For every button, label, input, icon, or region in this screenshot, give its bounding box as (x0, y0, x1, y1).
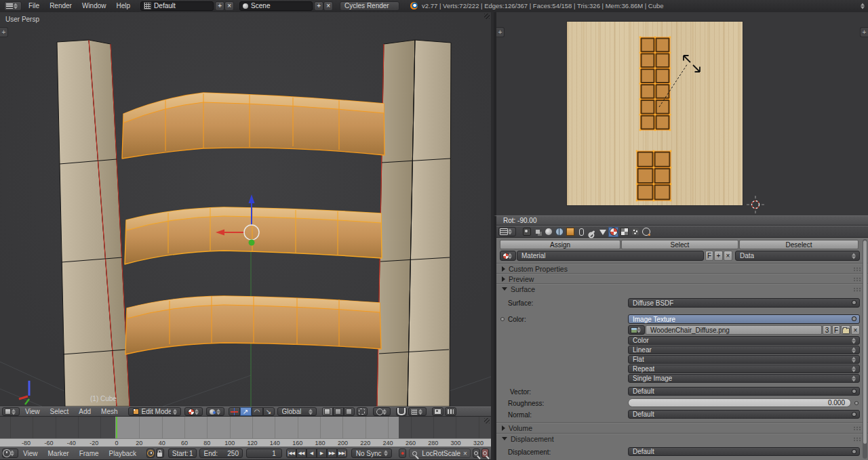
timeline-playhead[interactable] (116, 417, 117, 438)
normal-dropdown[interactable]: Default (628, 410, 860, 419)
vertex-select-button[interactable] (322, 407, 333, 416)
image-users-button[interactable]: 3 (823, 325, 831, 335)
translate-manipulator-button[interactable]: ↗ (240, 407, 252, 416)
opengl-render-anim-button[interactable] (445, 407, 456, 416)
delete-keyframe-button[interactable] (481, 448, 489, 458)
editor-type-button[interactable] (2, 407, 20, 416)
scale-manipulator-button[interactable]: ↘ (263, 407, 275, 416)
opengl-render-button[interactable] (432, 407, 443, 416)
transform-orientation-dropdown[interactable]: Global (277, 407, 317, 416)
corner-resize-grip[interactable] (484, 14, 490, 19)
snap-toggle-button[interactable] (396, 407, 407, 416)
play-button[interactable]: ▶ (317, 448, 327, 458)
jump-to-end-button[interactable]: ▶▶| (337, 448, 347, 458)
projection-dropdown[interactable]: Flat (628, 355, 860, 364)
chair-left-post[interactable] (57, 40, 130, 406)
image-fake-user-button[interactable]: F (832, 325, 840, 335)
interpolation-dropdown[interactable]: Linear (628, 346, 860, 354)
menu-help[interactable]: Help (117, 2, 131, 9)
tab-render-layers[interactable] (532, 227, 542, 237)
delete-layout-button[interactable]: × (224, 1, 234, 11)
delete-scene-button[interactable]: × (323, 1, 333, 11)
unlink-image-button[interactable]: × (851, 325, 860, 335)
proportional-edit-dropdown[interactable] (373, 407, 391, 416)
keying-set-field[interactable]: LocRotScale × (409, 448, 471, 458)
tab-physics[interactable] (641, 227, 651, 237)
displacement-dropdown[interactable]: Default (628, 447, 860, 456)
panel-open-tab-left[interactable]: + (496, 27, 505, 37)
assign-button[interactable]: Assign (500, 240, 620, 249)
uv-overlay[interactable] (496, 12, 868, 215)
add-scene-button[interactable]: + (314, 1, 323, 11)
image-browse-dropdown[interactable] (628, 325, 645, 335)
menu-playback[interactable]: Playback (109, 450, 137, 457)
prev-keyframe-button[interactable]: ◀◀ (296, 448, 307, 458)
vector-dropdown[interactable]: Default (628, 387, 860, 396)
insert-keyframe-button[interactable] (473, 448, 480, 458)
screen-layout-selector[interactable]: Default (140, 1, 214, 11)
color-space-dropdown[interactable]: Color (628, 336, 860, 345)
menu-view[interactable]: View (25, 408, 40, 415)
pivot-point-dropdown[interactable] (206, 407, 224, 416)
viewport-shading-dropdown[interactable] (184, 407, 203, 416)
corner-resize-grip[interactable] (484, 418, 490, 423)
menu-frame[interactable]: Frame (79, 450, 99, 457)
timeline-track-area[interactable] (0, 417, 491, 438)
current-frame-field[interactable]: 1 (246, 448, 282, 458)
tab-object[interactable] (565, 227, 575, 237)
face-select-button[interactable] (344, 407, 355, 416)
uv-island-bottom[interactable] (636, 150, 672, 202)
uv-island-top[interactable] (639, 37, 671, 131)
jump-to-start-button[interactable]: |◀◀ (286, 448, 296, 458)
edge-select-button[interactable] (333, 407, 344, 416)
chair-slat-bottom[interactable] (125, 296, 381, 354)
mode-dropdown[interactable]: Edit Mode (128, 407, 181, 416)
open-image-button[interactable] (841, 325, 850, 335)
editor-type-button[interactable] (4, 1, 22, 11)
end-frame-field[interactable]: End:250 (199, 448, 243, 458)
panel-open-tab-right[interactable]: + (860, 27, 868, 37)
extension-dropdown[interactable]: Repeat (628, 364, 860, 373)
properties-editor[interactable]: Assign Select Deselect Material F + × Da… (494, 226, 868, 460)
material-link-dropdown[interactable]: Data (735, 251, 860, 261)
color-input-dropdown[interactable]: Image Texture (628, 314, 860, 324)
limit-to-visible-button[interactable] (357, 407, 368, 416)
next-keyframe-button[interactable]: ▶▶ (327, 448, 337, 458)
uv-image-editor[interactable]: + + (494, 12, 868, 215)
roughness-slider[interactable]: 0.000 (628, 398, 851, 407)
lock-time-button[interactable] (156, 448, 164, 458)
menu-add[interactable]: Add (79, 408, 91, 415)
panel-surface[interactable]: Surface (496, 284, 868, 293)
manipulator-z-arrow[interactable] (249, 194, 255, 203)
snap-element-dropdown[interactable] (408, 407, 427, 416)
menu-marker[interactable]: Marker (48, 450, 69, 457)
fake-user-button[interactable]: F (705, 251, 713, 261)
panel-preview[interactable]: Preview (496, 274, 868, 283)
editor-type-button[interactable] (2, 448, 18, 458)
tab-world[interactable] (554, 227, 564, 237)
deselect-button[interactable]: Deselect (739, 240, 859, 249)
menu-mesh[interactable]: Mesh (101, 408, 117, 415)
tab-scene[interactable] (543, 227, 553, 237)
menu-view[interactable]: View (23, 450, 38, 457)
play-reverse-button[interactable]: ◀ (307, 448, 317, 458)
panel-displacement[interactable]: Displacement (496, 434, 868, 443)
select-button[interactable]: Select (621, 240, 738, 249)
properties-scrollbar-thumb[interactable] (863, 241, 867, 444)
chair-slat-middle[interactable] (125, 207, 382, 264)
record-button[interactable]: ● (399, 448, 407, 458)
editor-type-button[interactable] (498, 227, 516, 236)
scene-selector[interactable]: Scene (239, 1, 313, 11)
manipulator-toggle-button[interactable] (229, 407, 240, 416)
material-name-field[interactable]: Material (517, 251, 704, 261)
unlink-material-button[interactable]: × (724, 251, 732, 261)
surface-shader-dropdown[interactable]: Diffuse BSDF (628, 298, 860, 308)
tab-particles[interactable] (630, 227, 640, 237)
add-layout-button[interactable]: + (215, 1, 224, 11)
preview-range-button[interactable] (146, 448, 155, 458)
tab-object-data[interactable] (597, 227, 608, 237)
properties-scrollbar-track[interactable] (863, 239, 867, 459)
clear-keyingset-icon[interactable]: × (463, 450, 467, 457)
sync-mode-dropdown[interactable]: No Sync (351, 448, 392, 458)
3d-viewport[interactable]: User Persp (1) Cube + (0, 12, 491, 406)
